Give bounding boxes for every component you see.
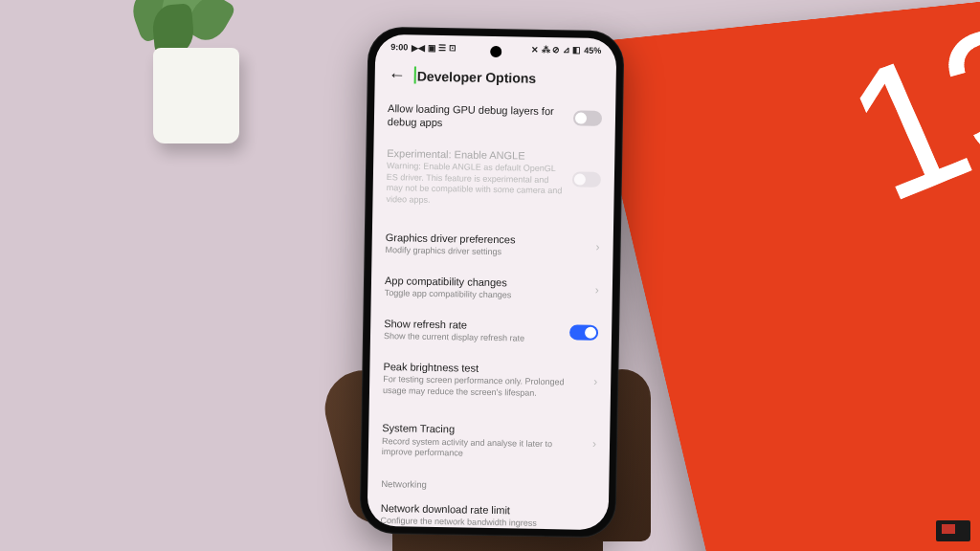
- toggle-switch: [572, 171, 601, 187]
- setting-desc: Record system activity and analyse it la…: [382, 436, 583, 462]
- chevron-right-icon: ›: [596, 240, 600, 253]
- setting-show-refresh-rate[interactable]: Show refresh rate Show the current displ…: [384, 308, 599, 355]
- setting-desc: Modify graphics driver settings: [385, 245, 586, 259]
- setting-desc: For testing screen performance only. Pro…: [383, 374, 584, 400]
- setting-enable-angle: Experimental: Enable ANGLE Warning: Enab…: [386, 138, 601, 218]
- section-header-networking: Networking: [381, 467, 595, 496]
- setting-system-tracing[interactable]: System Tracing Record system activity an…: [382, 412, 597, 471]
- watermark-badge: [936, 520, 970, 541]
- setting-title: Allow loading GPU debug layers for debug…: [388, 101, 564, 132]
- battery-percent: 45%: [584, 46, 601, 55]
- chevron-right-icon: ›: [595, 283, 599, 297]
- chevron-right-icon: ›: [593, 375, 597, 388]
- box-number: 13: [834, 18, 980, 206]
- back-arrow-icon[interactable]: ←: [389, 65, 406, 85]
- plant-decoration: [144, 0, 258, 143]
- settings-list[interactable]: Allow loading GPU debug layers for debug…: [368, 93, 616, 530]
- setting-desc: Show the current display refresh rate: [384, 331, 560, 345]
- setting-peak-brightness[interactable]: Peak brightness test For testing screen …: [383, 351, 598, 409]
- toggle-switch[interactable]: [573, 111, 602, 127]
- phone-device: 9:00 ▶◀ ▣ ☰ ⊡ ✕ ⁂ ⊘ ⊿ ◧ 45% ← Developer …: [359, 27, 624, 539]
- setting-desc: Toggle app compatibility changes: [385, 288, 586, 302]
- phone-screen: 9:00 ▶◀ ▣ ☰ ⊡ ✕ ⁂ ⊘ ⊿ ◧ 45% ← Developer …: [368, 34, 617, 530]
- page-header: ← Developer Options: [374, 55, 616, 97]
- status-time: 9:00: [390, 42, 408, 52]
- setting-gpu-debug-layers[interactable]: Allow loading GPU debug layers for debug…: [388, 93, 603, 141]
- setting-graphics-driver[interactable]: Graphics driver preferences Modify graph…: [385, 222, 600, 269]
- setting-app-compat[interactable]: App compatibility changes Toggle app com…: [385, 265, 600, 312]
- status-icons-right: ✕ ⁂ ⊘ ⊿ ◧: [531, 45, 581, 55]
- setting-network-download-limit[interactable]: Network download rate limit Configure th…: [380, 493, 595, 530]
- toggle-switch[interactable]: [569, 325, 598, 342]
- chevron-right-icon: ›: [592, 436, 596, 450]
- status-icons-left: ▶◀ ▣ ☰ ⊡: [412, 43, 457, 54]
- text-cursor: [414, 66, 416, 83]
- setting-desc: Warning: Enable ANGLE as default OpenGL …: [386, 161, 563, 209]
- page-title: Developer Options: [417, 68, 537, 85]
